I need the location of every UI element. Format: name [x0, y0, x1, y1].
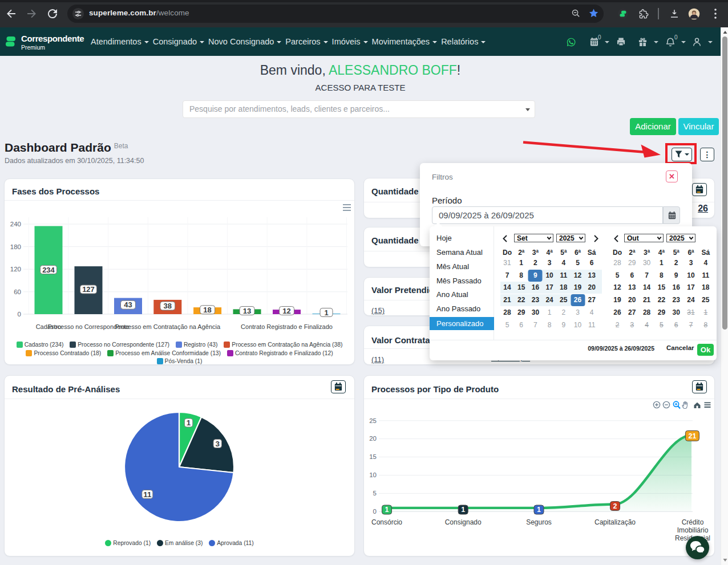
svg-text:11: 11 [143, 490, 152, 499]
svg-text:20: 20 [369, 435, 377, 442]
svg-text:1: 1 [187, 418, 191, 427]
svg-text:5: 5 [373, 490, 377, 497]
svg-text:2: 2 [613, 502, 617, 510]
svg-text:10: 10 [369, 471, 377, 478]
svg-text:13: 13 [243, 307, 251, 315]
svg-text:18: 18 [203, 306, 211, 314]
svg-text:120: 120 [10, 266, 21, 273]
svg-text:234: 234 [42, 266, 55, 274]
svg-text:15: 15 [369, 453, 377, 460]
svg-text:21: 21 [688, 432, 696, 440]
svg-text:1: 1 [385, 506, 389, 514]
svg-text:12: 12 [282, 307, 290, 315]
svg-text:3: 3 [216, 440, 220, 448]
svg-text:60: 60 [14, 288, 21, 295]
svg-text:240: 240 [10, 221, 21, 227]
svg-text:1: 1 [324, 308, 328, 317]
svg-text:0: 0 [18, 311, 21, 318]
svg-text:1: 1 [537, 506, 541, 514]
svg-text:1: 1 [461, 506, 465, 514]
svg-text:127: 127 [82, 285, 95, 294]
svg-text:38: 38 [164, 302, 172, 310]
svg-text:43: 43 [124, 300, 132, 309]
svg-text:180: 180 [10, 243, 21, 250]
svg-text:0: 0 [373, 508, 377, 515]
svg-text:25: 25 [369, 417, 377, 424]
